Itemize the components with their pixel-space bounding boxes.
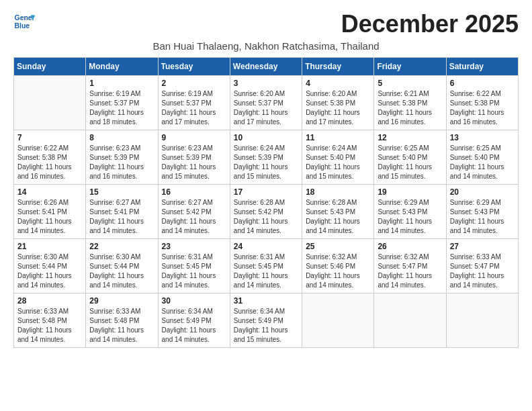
cell-info: Sunrise: 6:33 AMSunset: 5:48 PMDaylight:… — [17, 307, 82, 345]
month-title: December 2025 — [341, 11, 519, 38]
calendar-cell: 13Sunrise: 6:25 AMSunset: 5:40 PMDayligh… — [446, 130, 518, 184]
cell-info: Sunrise: 6:29 AMSunset: 5:43 PMDaylight:… — [378, 198, 442, 236]
calendar-cell: 29Sunrise: 6:33 AMSunset: 5:48 PMDayligh… — [86, 293, 158, 347]
cell-info: Sunrise: 6:20 AMSunset: 5:38 PMDaylight:… — [306, 89, 370, 127]
calendar-cell: 4Sunrise: 6:20 AMSunset: 5:38 PMDaylight… — [302, 75, 374, 130]
cell-info: Sunrise: 6:31 AMSunset: 5:45 PMDaylight:… — [234, 253, 298, 290]
calendar-cell: 2Sunrise: 6:19 AMSunset: 5:37 PMDaylight… — [158, 75, 230, 130]
day-number: 12 — [378, 133, 442, 142]
calendar-cell: 12Sunrise: 6:25 AMSunset: 5:40 PMDayligh… — [374, 130, 446, 184]
calendar-cell: 15Sunrise: 6:27 AMSunset: 5:41 PMDayligh… — [86, 184, 158, 238]
day-number: 6 — [450, 79, 515, 88]
calendar-cell — [374, 293, 446, 347]
header-thursday: Thursday — [302, 57, 374, 75]
day-number: 7 — [17, 133, 82, 142]
day-number: 21 — [17, 242, 82, 251]
calendar-cell: 19Sunrise: 6:29 AMSunset: 5:43 PMDayligh… — [374, 184, 446, 238]
cell-info: Sunrise: 6:28 AMSunset: 5:42 PMDaylight:… — [234, 198, 298, 236]
calendar-week-row: 14Sunrise: 6:26 AMSunset: 5:41 PMDayligh… — [14, 184, 519, 238]
cell-info: Sunrise: 6:30 AMSunset: 5:44 PMDaylight:… — [17, 253, 82, 290]
day-number: 27 — [450, 242, 515, 251]
cell-info: Sunrise: 6:34 AMSunset: 5:49 PMDaylight:… — [234, 307, 298, 345]
cell-info: Sunrise: 6:32 AMSunset: 5:47 PMDaylight:… — [378, 253, 442, 290]
cell-info: Sunrise: 6:19 AMSunset: 5:37 PMDaylight:… — [162, 89, 226, 127]
day-number: 16 — [162, 187, 226, 197]
day-number: 24 — [234, 242, 298, 251]
cell-info: Sunrise: 6:20 AMSunset: 5:37 PMDaylight:… — [234, 89, 298, 127]
title-block: December 2025 — [341, 11, 519, 38]
calendar-cell: 6Sunrise: 6:22 AMSunset: 5:38 PMDaylight… — [446, 75, 518, 130]
header-saturday: Saturday — [446, 57, 518, 75]
calendar-cell: 16Sunrise: 6:27 AMSunset: 5:42 PMDayligh… — [158, 184, 230, 238]
day-number: 30 — [162, 296, 226, 306]
day-number: 9 — [162, 133, 226, 142]
day-number: 19 — [378, 187, 442, 197]
day-number: 15 — [89, 187, 154, 197]
svg-text:Blue: Blue — [15, 22, 30, 30]
calendar-cell: 7Sunrise: 6:22 AMSunset: 5:38 PMDaylight… — [14, 130, 86, 184]
cell-info: Sunrise: 6:23 AMSunset: 5:39 PMDaylight:… — [162, 144, 226, 181]
cell-info: Sunrise: 6:33 AMSunset: 5:47 PMDaylight:… — [450, 253, 515, 290]
day-number: 23 — [162, 242, 226, 251]
calendar-cell: 9Sunrise: 6:23 AMSunset: 5:39 PMDaylight… — [158, 130, 230, 184]
location-subtitle: Ban Huai Thalaeng, Nakhon Ratchasima, Th… — [13, 40, 519, 52]
cell-info: Sunrise: 6:25 AMSunset: 5:40 PMDaylight:… — [450, 144, 515, 181]
cell-info: Sunrise: 6:27 AMSunset: 5:41 PMDaylight:… — [89, 198, 154, 236]
cell-info: Sunrise: 6:24 AMSunset: 5:39 PMDaylight:… — [234, 144, 298, 181]
calendar-week-row: 1Sunrise: 6:19 AMSunset: 5:37 PMDaylight… — [14, 75, 519, 130]
logo-icon: General Blue — [13, 11, 35, 32]
header-sunday: Sunday — [14, 57, 86, 75]
calendar-header-row: SundayMondayTuesdayWednesdayThursdayFrid… — [14, 57, 519, 75]
calendar-cell: 5Sunrise: 6:21 AMSunset: 5:38 PMDaylight… — [374, 75, 446, 130]
calendar-cell: 23Sunrise: 6:31 AMSunset: 5:45 PMDayligh… — [158, 238, 230, 293]
day-number: 25 — [306, 242, 370, 251]
calendar-week-row: 28Sunrise: 6:33 AMSunset: 5:48 PMDayligh… — [14, 293, 519, 347]
day-number: 8 — [89, 133, 154, 142]
logo: General Blue — [13, 11, 38, 32]
cell-info: Sunrise: 6:24 AMSunset: 5:40 PMDaylight:… — [306, 144, 370, 181]
day-number: 18 — [306, 187, 370, 197]
header-tuesday: Tuesday — [158, 57, 230, 75]
day-number: 26 — [378, 242, 442, 251]
day-number: 1 — [89, 79, 154, 88]
header-wednesday: Wednesday — [230, 57, 302, 75]
day-number: 31 — [234, 296, 298, 306]
day-number: 22 — [89, 242, 154, 251]
day-number: 17 — [234, 187, 298, 197]
day-number: 29 — [89, 296, 154, 306]
calendar-cell: 11Sunrise: 6:24 AMSunset: 5:40 PMDayligh… — [302, 130, 374, 184]
day-number: 3 — [234, 79, 298, 88]
calendar-cell: 27Sunrise: 6:33 AMSunset: 5:47 PMDayligh… — [446, 238, 518, 293]
cell-info: Sunrise: 6:25 AMSunset: 5:40 PMDaylight:… — [378, 144, 442, 181]
cell-info: Sunrise: 6:34 AMSunset: 5:49 PMDaylight:… — [162, 307, 226, 345]
day-number: 20 — [450, 187, 515, 197]
calendar-cell: 25Sunrise: 6:32 AMSunset: 5:46 PMDayligh… — [302, 238, 374, 293]
day-number: 2 — [162, 79, 226, 88]
calendar-table: SundayMondayTuesdayWednesdayThursdayFrid… — [13, 57, 519, 348]
calendar-cell: 21Sunrise: 6:30 AMSunset: 5:44 PMDayligh… — [14, 238, 86, 293]
page-header: General Blue December 2025 — [13, 11, 519, 38]
cell-info: Sunrise: 6:32 AMSunset: 5:46 PMDaylight:… — [306, 253, 370, 290]
day-number: 10 — [234, 133, 298, 142]
header-friday: Friday — [374, 57, 446, 75]
day-number: 14 — [17, 187, 82, 197]
cell-info: Sunrise: 6:27 AMSunset: 5:42 PMDaylight:… — [162, 198, 226, 236]
day-number: 28 — [17, 296, 82, 306]
cell-info: Sunrise: 6:22 AMSunset: 5:38 PMDaylight:… — [17, 144, 82, 181]
cell-info: Sunrise: 6:30 AMSunset: 5:44 PMDaylight:… — [89, 253, 154, 290]
cell-info: Sunrise: 6:22 AMSunset: 5:38 PMDaylight:… — [450, 89, 515, 127]
day-number: 11 — [306, 133, 370, 142]
calendar-cell: 30Sunrise: 6:34 AMSunset: 5:49 PMDayligh… — [158, 293, 230, 347]
day-number: 4 — [306, 79, 370, 88]
day-number: 13 — [450, 133, 515, 142]
calendar-cell — [14, 75, 86, 130]
calendar-cell: 8Sunrise: 6:23 AMSunset: 5:39 PMDaylight… — [86, 130, 158, 184]
cell-info: Sunrise: 6:28 AMSunset: 5:43 PMDaylight:… — [306, 198, 370, 236]
calendar-cell: 20Sunrise: 6:29 AMSunset: 5:43 PMDayligh… — [446, 184, 518, 238]
calendar-cell: 3Sunrise: 6:20 AMSunset: 5:37 PMDaylight… — [230, 75, 302, 130]
calendar-cell — [446, 293, 518, 347]
calendar-cell: 14Sunrise: 6:26 AMSunset: 5:41 PMDayligh… — [14, 184, 86, 238]
calendar-cell: 28Sunrise: 6:33 AMSunset: 5:48 PMDayligh… — [14, 293, 86, 347]
calendar-cell: 31Sunrise: 6:34 AMSunset: 5:49 PMDayligh… — [230, 293, 302, 347]
day-number: 5 — [378, 79, 442, 88]
